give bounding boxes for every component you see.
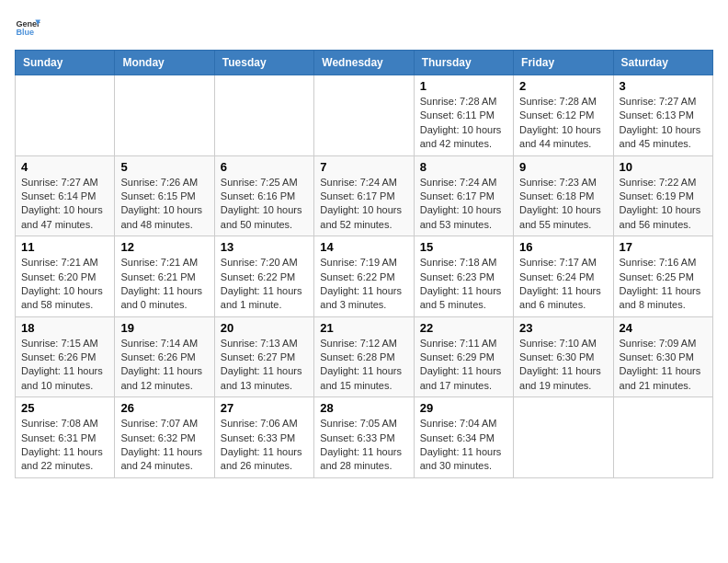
calendar-cell: 18Sunrise: 7:15 AM Sunset: 6:26 PM Dayli… [16, 316, 115, 397]
logo: General Blue [15, 15, 40, 40]
day-info: Sunrise: 7:16 AM Sunset: 6:25 PM Dayligh… [620, 256, 707, 313]
day-info: Sunrise: 7:21 AM Sunset: 6:21 PM Dayligh… [120, 256, 208, 313]
day-number: 27 [221, 401, 308, 415]
calendar-cell: 25Sunrise: 7:08 AM Sunset: 6:31 PM Dayli… [16, 397, 115, 478]
day-info: Sunrise: 7:06 AM Sunset: 6:33 PM Dayligh… [221, 417, 308, 474]
day-info: Sunrise: 7:19 AM Sunset: 6:22 PM Dayligh… [320, 256, 407, 313]
day-number: 6 [221, 160, 308, 174]
calendar-cell: 1Sunrise: 7:28 AM Sunset: 6:11 PM Daylig… [414, 75, 513, 156]
calendar-cell: 23Sunrise: 7:10 AM Sunset: 6:30 PM Dayli… [514, 316, 613, 397]
calendar-cell: 17Sunrise: 7:16 AM Sunset: 6:25 PM Dayli… [613, 236, 712, 317]
day-header-sunday: Sunday [16, 51, 115, 75]
day-info: Sunrise: 7:14 AM Sunset: 6:26 PM Dayligh… [120, 337, 208, 394]
day-number: 19 [120, 321, 208, 335]
day-number: 28 [320, 401, 407, 415]
calendar-cell: 3Sunrise: 7:27 AM Sunset: 6:13 PM Daylig… [613, 75, 712, 156]
day-info: Sunrise: 7:10 AM Sunset: 6:30 PM Dayligh… [519, 337, 607, 394]
day-header-friday: Friday [514, 51, 613, 75]
calendar-body: 1Sunrise: 7:28 AM Sunset: 6:11 PM Daylig… [16, 75, 713, 478]
day-number: 2 [519, 79, 607, 93]
day-number: 8 [420, 160, 507, 174]
day-info: Sunrise: 7:22 AM Sunset: 6:19 PM Dayligh… [620, 176, 707, 233]
day-info: Sunrise: 7:24 AM Sunset: 6:17 PM Dayligh… [420, 176, 507, 233]
day-info: Sunrise: 7:27 AM Sunset: 6:14 PM Dayligh… [21, 176, 108, 233]
day-info: Sunrise: 7:28 AM Sunset: 6:12 PM Dayligh… [519, 95, 607, 152]
day-info: Sunrise: 7:24 AM Sunset: 6:17 PM Dayligh… [320, 176, 407, 233]
calendar-cell: 12Sunrise: 7:21 AM Sunset: 6:21 PM Dayli… [115, 236, 214, 317]
day-number: 20 [221, 321, 308, 335]
day-info: Sunrise: 7:08 AM Sunset: 6:31 PM Dayligh… [21, 417, 108, 474]
day-header-thursday: Thursday [414, 51, 513, 75]
day-number: 24 [620, 321, 707, 335]
calendar-cell [613, 397, 712, 478]
calendar-cell: 4Sunrise: 7:27 AM Sunset: 6:14 PM Daylig… [16, 155, 115, 236]
logo-icon: General Blue [15, 15, 40, 40]
day-number: 29 [420, 401, 507, 415]
calendar-cell [16, 75, 115, 156]
calendar-cell: 15Sunrise: 7:18 AM Sunset: 6:23 PM Dayli… [414, 236, 513, 317]
calendar-cell: 13Sunrise: 7:20 AM Sunset: 6:22 PM Dayli… [214, 236, 313, 317]
day-number: 7 [320, 160, 407, 174]
day-number: 25 [21, 401, 108, 415]
day-info: Sunrise: 7:18 AM Sunset: 6:23 PM Dayligh… [420, 256, 507, 313]
calendar-week-row: 1Sunrise: 7:28 AM Sunset: 6:11 PM Daylig… [16, 75, 713, 156]
calendar-cell: 8Sunrise: 7:24 AM Sunset: 6:17 PM Daylig… [414, 155, 513, 236]
day-info: Sunrise: 7:05 AM Sunset: 6:33 PM Dayligh… [320, 417, 407, 474]
calendar-cell: 28Sunrise: 7:05 AM Sunset: 6:33 PM Dayli… [314, 397, 414, 478]
day-info: Sunrise: 7:21 AM Sunset: 6:20 PM Dayligh… [21, 256, 108, 313]
day-header-wednesday: Wednesday [314, 51, 414, 75]
calendar-week-row: 25Sunrise: 7:08 AM Sunset: 6:31 PM Dayli… [16, 397, 713, 478]
calendar-cell: 27Sunrise: 7:06 AM Sunset: 6:33 PM Dayli… [214, 397, 313, 478]
day-info: Sunrise: 7:26 AM Sunset: 6:15 PM Dayligh… [120, 176, 208, 233]
calendar-cell [514, 397, 613, 478]
day-info: Sunrise: 7:07 AM Sunset: 6:32 PM Dayligh… [120, 417, 208, 474]
day-number: 18 [21, 321, 108, 335]
day-number: 10 [620, 160, 707, 174]
calendar-week-row: 4Sunrise: 7:27 AM Sunset: 6:14 PM Daylig… [16, 155, 713, 236]
calendar-cell: 7Sunrise: 7:24 AM Sunset: 6:17 PM Daylig… [314, 155, 414, 236]
day-info: Sunrise: 7:20 AM Sunset: 6:22 PM Dayligh… [221, 256, 308, 313]
day-info: Sunrise: 7:09 AM Sunset: 6:30 PM Dayligh… [620, 337, 707, 394]
day-number: 21 [320, 321, 407, 335]
calendar-cell: 22Sunrise: 7:11 AM Sunset: 6:29 PM Dayli… [414, 316, 513, 397]
day-info: Sunrise: 7:27 AM Sunset: 6:13 PM Dayligh… [620, 95, 707, 152]
calendar-cell: 10Sunrise: 7:22 AM Sunset: 6:19 PM Dayli… [613, 155, 712, 236]
day-info: Sunrise: 7:13 AM Sunset: 6:27 PM Dayligh… [221, 337, 308, 394]
day-number: 23 [519, 321, 607, 335]
day-header-saturday: Saturday [613, 51, 712, 75]
calendar-cell: 9Sunrise: 7:23 AM Sunset: 6:18 PM Daylig… [514, 155, 613, 236]
day-info: Sunrise: 7:11 AM Sunset: 6:29 PM Dayligh… [420, 337, 507, 394]
calendar-table: SundayMondayTuesdayWednesdayThursdayFrid… [15, 50, 713, 478]
calendar-cell [115, 75, 214, 156]
calendar-cell: 21Sunrise: 7:12 AM Sunset: 6:28 PM Dayli… [314, 316, 414, 397]
calendar-week-row: 18Sunrise: 7:15 AM Sunset: 6:26 PM Dayli… [16, 316, 713, 397]
svg-text:Blue: Blue [16, 28, 34, 37]
calendar-cell: 11Sunrise: 7:21 AM Sunset: 6:20 PM Dayli… [16, 236, 115, 317]
day-info: Sunrise: 7:25 AM Sunset: 6:16 PM Dayligh… [221, 176, 308, 233]
day-info: Sunrise: 7:23 AM Sunset: 6:18 PM Dayligh… [519, 176, 607, 233]
day-info: Sunrise: 7:04 AM Sunset: 6:34 PM Dayligh… [420, 417, 507, 474]
day-info: Sunrise: 7:28 AM Sunset: 6:11 PM Dayligh… [420, 95, 507, 152]
day-header-monday: Monday [115, 51, 214, 75]
page-header: General Blue [15, 15, 713, 40]
day-number: 22 [420, 321, 507, 335]
day-info: Sunrise: 7:15 AM Sunset: 6:26 PM Dayligh… [21, 337, 108, 394]
day-number: 9 [519, 160, 607, 174]
day-number: 4 [21, 160, 108, 174]
day-number: 15 [420, 240, 507, 254]
day-info: Sunrise: 7:17 AM Sunset: 6:24 PM Dayligh… [519, 256, 607, 313]
calendar-cell: 14Sunrise: 7:19 AM Sunset: 6:22 PM Dayli… [314, 236, 414, 317]
calendar-cell: 19Sunrise: 7:14 AM Sunset: 6:26 PM Dayli… [115, 316, 214, 397]
day-number: 13 [221, 240, 308, 254]
calendar-cell: 26Sunrise: 7:07 AM Sunset: 6:32 PM Dayli… [115, 397, 214, 478]
calendar-cell: 29Sunrise: 7:04 AM Sunset: 6:34 PM Dayli… [414, 397, 513, 478]
calendar-cell: 24Sunrise: 7:09 AM Sunset: 6:30 PM Dayli… [613, 316, 712, 397]
calendar-week-row: 11Sunrise: 7:21 AM Sunset: 6:20 PM Dayli… [16, 236, 713, 317]
day-info: Sunrise: 7:12 AM Sunset: 6:28 PM Dayligh… [320, 337, 407, 394]
day-number: 3 [620, 79, 707, 93]
calendar-cell: 16Sunrise: 7:17 AM Sunset: 6:24 PM Dayli… [514, 236, 613, 317]
calendar-cell: 6Sunrise: 7:25 AM Sunset: 6:16 PM Daylig… [214, 155, 313, 236]
calendar-cell: 20Sunrise: 7:13 AM Sunset: 6:27 PM Dayli… [214, 316, 313, 397]
day-number: 17 [620, 240, 707, 254]
day-number: 12 [120, 240, 208, 254]
